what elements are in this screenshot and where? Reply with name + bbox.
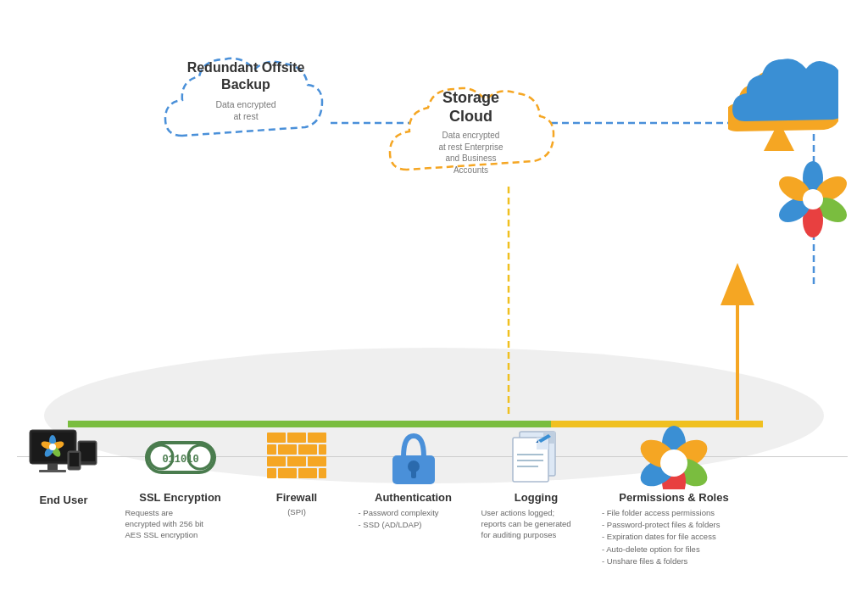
logging-title: Logging	[515, 491, 558, 504]
permissions-icon	[636, 426, 712, 489]
permissions-svg	[637, 426, 711, 489]
svg-rect-44	[287, 456, 306, 466]
logging-svg	[504, 427, 568, 487]
flow-item-end-user: End User	[8, 426, 119, 506]
permissions-title: Permissions & Roles	[619, 491, 728, 504]
arrow-svg	[764, 121, 794, 151]
flow-item-permissions: Permissions & Roles - File folder access…	[598, 426, 750, 567]
diagram-container: Redundant Offsite Backup Data encrypteda…	[0, 0, 868, 614]
redundant-backup-title: Redundant Offsite Backup	[174, 59, 318, 93]
svg-rect-49	[319, 468, 326, 478]
permissions-desc: - File folder access permissions- Passwo…	[602, 507, 746, 567]
svg-rect-52	[411, 470, 416, 478]
ssl-icon: 011010	[142, 426, 219, 489]
logging-desc: User actions logged;reports can be gener…	[481, 507, 592, 541]
redundant-backup-section: Redundant Offsite Backup Data encrypteda…	[157, 34, 335, 165]
svg-rect-46	[267, 468, 276, 478]
firewall-svg	[267, 433, 326, 482]
svg-rect-39	[267, 444, 276, 455]
svg-point-66	[660, 449, 687, 477]
svg-point-25	[49, 444, 56, 450]
svg-marker-8	[764, 121, 794, 151]
svg-rect-45	[308, 456, 326, 466]
svg-rect-48	[298, 468, 317, 478]
svg-rect-40	[278, 444, 297, 455]
svg-rect-43	[267, 456, 286, 466]
ssl-desc: Requests areencrypted with 256 bitAES SS…	[125, 507, 236, 541]
svg-marker-6	[721, 263, 754, 305]
redundant-backup-label: Redundant Offsite Backup Data encrypteda…	[174, 59, 318, 122]
firewall-icon	[263, 426, 331, 489]
flow-item-firewall: Firewall (SPI)	[242, 426, 352, 516]
storage-cloud-label: StorageCloud Data encryptedat rest Enter…	[401, 89, 541, 176]
svg-text:011010: 011010	[162, 454, 198, 466]
storage-cloud-subtitle: Data encryptedat rest Enterpriseand Busi…	[401, 130, 541, 176]
svg-rect-41	[298, 444, 317, 455]
firewall-desc: (SPI)	[287, 507, 306, 516]
authentication-desc: - Password complexity- SSD (AD/LDAP)	[359, 507, 469, 532]
svg-rect-37	[287, 433, 306, 443]
end-user-title: End User	[39, 494, 87, 506]
storage-cloud-section: StorageCloud Data encryptedat rest Enter…	[386, 68, 555, 198]
storage-cloud-title: StorageCloud	[401, 89, 541, 126]
svg-point-16	[803, 189, 823, 209]
upload-arrow	[764, 121, 794, 154]
pinwheel-svg-top	[775, 161, 851, 237]
svg-rect-47	[278, 468, 297, 478]
svg-rect-27	[39, 470, 66, 472]
flow-item-ssl: 011010 SSL Encryption Requests areencryp…	[119, 426, 242, 541]
svg-rect-31	[70, 453, 79, 466]
firewall-title: Firewall	[276, 491, 317, 504]
svg-rect-26	[47, 464, 58, 470]
pinwheel-top-right	[775, 161, 851, 241]
ssl-title: SSL Encryption	[139, 491, 221, 504]
flow-item-authentication: Authentication - Password complexity- SS…	[352, 426, 475, 532]
flow-item-logging: Logging User actions logged;reports can …	[475, 426, 598, 541]
svg-rect-36	[267, 433, 286, 443]
redundant-backup-subtitle: Data encryptedat rest	[174, 98, 318, 122]
svg-rect-38	[308, 433, 326, 443]
ssl-svg: 011010	[142, 434, 219, 481]
svg-rect-42	[319, 444, 326, 455]
end-user-icon	[25, 426, 102, 489]
authentication-title: Authentication	[375, 491, 452, 504]
flow-items-row: End User 011010 SSL Encryption Requests …	[8, 426, 856, 567]
svg-rect-29	[80, 443, 95, 461]
cloud-icons-area	[728, 47, 838, 157]
authentication-icon	[380, 426, 448, 489]
auth-svg	[388, 427, 439, 487]
logging-icon	[503, 426, 570, 489]
end-user-svg	[25, 426, 102, 489]
